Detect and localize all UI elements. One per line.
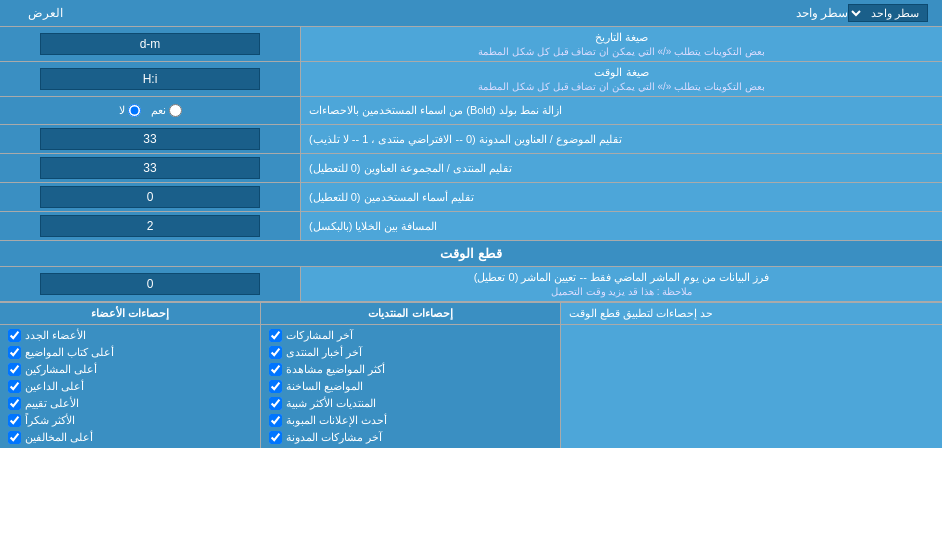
time-format-label: صيغة الوقت بعض التكوينات يتطلب «/» التي … — [300, 62, 942, 96]
header-row: سطر واحدسطرانثلاثة أسطر سطر واحد العرض — [0, 0, 942, 27]
usernames-input-cell — [0, 183, 300, 211]
time-format-input[interactable] — [40, 68, 260, 90]
list-item: الأعضاء الجدد — [8, 327, 252, 344]
checkbox-label: أعلى الداعين — [25, 380, 84, 393]
list-item: الأكثر شكراً — [8, 412, 252, 429]
checkbox-input[interactable] — [8, 397, 21, 410]
checkbox-col2: آخر المشاركات آخر أخبار المنتدى أكثر الم… — [260, 325, 560, 448]
topic-titles-input[interactable] — [40, 128, 260, 150]
bold-no-label[interactable]: لا — [119, 104, 141, 117]
col3-header: إحصاءات الأعضاء — [0, 303, 260, 324]
forum-titles-input-cell — [0, 154, 300, 182]
display-label: سطر واحد — [796, 6, 848, 20]
realtime-filter-input-cell — [0, 267, 300, 301]
checkbox-header-row: حد إحصاءات لتطبيق قطع الوقت إحصاءات المن… — [0, 303, 942, 325]
cell-spacing-label: المسافة بين الخلايا (بالبكسل) — [300, 212, 942, 240]
topic-titles-row: تقليم الموضوع / العناوين المدونة (0 -- ا… — [0, 125, 942, 154]
list-item: المواضيع الساخنة — [269, 378, 552, 395]
date-format-input-cell — [0, 27, 300, 61]
checkbox-label: المواضيع الساخنة — [286, 380, 363, 393]
checkbox-label: أكثر المواضيع مشاهدة — [286, 363, 385, 376]
usernames-input[interactable] — [40, 186, 260, 208]
checkbox-input[interactable] — [8, 414, 21, 427]
checkbox-label: الأعضاء الجدد — [25, 329, 86, 342]
bold-remove-options: نعم لا — [0, 97, 300, 124]
topic-titles-input-cell — [0, 125, 300, 153]
topic-titles-label: تقليم الموضوع / العناوين المدونة (0 -- ا… — [300, 125, 942, 153]
list-item: أعلى المشاركين — [8, 361, 252, 378]
list-item: المنتديات الأكثر شبية — [269, 395, 552, 412]
list-item: أحدث الإعلانات المبوبة — [269, 412, 552, 429]
checkbox-input[interactable] — [269, 380, 282, 393]
checkbox-col3: الأعضاء الجدد أعلى كتاب المواضيع أعلى ال… — [0, 325, 260, 448]
forum-titles-label: تقليم المنتدى / المجموعة العناوين (0 للت… — [300, 154, 942, 182]
realtime-filter-label: فرز البيانات من يوم الماشر الماضي فقط --… — [300, 267, 942, 301]
checkbox-label: الأكثر شكراً — [25, 414, 75, 427]
checkbox-label: أعلى المخالفين — [25, 431, 93, 444]
checkbox-body: آخر المشاركات آخر أخبار المنتدى أكثر الم… — [0, 325, 942, 448]
list-item: أعلى المخالفين — [8, 429, 252, 446]
list-item: أكثر المواضيع مشاهدة — [269, 361, 552, 378]
checkbox-label: أحدث الإعلانات المبوبة — [286, 414, 387, 427]
date-format-input[interactable] — [40, 33, 260, 55]
list-item: الأعلى تقييم — [8, 395, 252, 412]
cell-spacing-input[interactable] — [40, 215, 260, 237]
checkbox-label: الأعلى تقييم — [25, 397, 79, 410]
checkbox-input[interactable] — [8, 346, 21, 359]
cell-spacing-row: المسافة بين الخلايا (بالبكسل) — [0, 212, 942, 241]
bold-no-radio[interactable] — [128, 104, 141, 117]
checkbox-input[interactable] — [269, 346, 282, 359]
checkbox-label: آخر أخبار المنتدى — [286, 346, 362, 359]
forum-titles-row: تقليم المنتدى / المجموعة العناوين (0 للت… — [0, 154, 942, 183]
usernames-row: تقليم أسماء المستخدمين (0 للتعطيل) — [0, 183, 942, 212]
forum-titles-input[interactable] — [40, 157, 260, 179]
checkbox-col3-header-cell: إحصاءات الأعضاء — [0, 303, 260, 324]
cell-spacing-input-cell — [0, 212, 300, 240]
col2-header: إحصاءات المنتديات — [261, 303, 560, 324]
checkbox-input[interactable] — [269, 363, 282, 376]
list-item: آخر المشاركات — [269, 327, 552, 344]
checkbox-input[interactable] — [269, 414, 282, 427]
date-format-label: صيغة التاريخ بعض التكوينات يتطلب «/» الت… — [300, 27, 942, 61]
checkbox-label: أعلى المشاركين — [25, 363, 97, 376]
checkbox-label: المنتديات الأكثر شبية — [286, 397, 376, 410]
bold-remove-label: ازالة نمط بولد (Bold) من اسماء المستخدمي… — [300, 97, 942, 124]
realtime-filter-input[interactable] — [40, 273, 260, 295]
bold-yes-label[interactable]: نعم — [151, 104, 182, 117]
checkbox-col2-header-cell: إحصاءات المنتديات — [260, 303, 560, 324]
checkbox-input[interactable] — [269, 329, 282, 342]
date-format-row: صيغة التاريخ بعض التكوينات يتطلب «/» الت… — [0, 27, 942, 62]
checkbox-input[interactable] — [8, 363, 21, 376]
field-label: العرض — [8, 6, 796, 20]
checkbox-input[interactable] — [269, 431, 282, 444]
list-item: أعلى الداعين — [8, 378, 252, 395]
bold-yes-radio[interactable] — [169, 104, 182, 117]
checkbox-label: آخر مشاركات المدونة — [286, 431, 382, 444]
checkbox-label: أعلى كتاب المواضيع — [25, 346, 114, 359]
display-dropdown[interactable]: سطر واحدسطرانثلاثة أسطر — [848, 4, 928, 22]
checkbox-section: حد إحصاءات لتطبيق قطع الوقت إحصاءات المن… — [0, 302, 942, 448]
bold-remove-row: ازالة نمط بولد (Bold) من اسماء المستخدمي… — [0, 97, 942, 125]
realtime-section-title: قطع الوقت — [0, 241, 942, 267]
realtime-filter-row: فرز البيانات من يوم الماشر الماضي فقط --… — [0, 267, 942, 302]
checkbox-input[interactable] — [8, 431, 21, 444]
checkbox-empty-col — [560, 325, 942, 448]
time-format-input-cell — [0, 62, 300, 96]
checkbox-input[interactable] — [8, 380, 21, 393]
list-item: أعلى كتاب المواضيع — [8, 344, 252, 361]
usernames-label: تقليم أسماء المستخدمين (0 للتعطيل) — [300, 183, 942, 211]
checkbox-input[interactable] — [269, 397, 282, 410]
time-format-row: صيغة الوقت بعض التكوينات يتطلب «/» التي … — [0, 62, 942, 97]
list-item: آخر مشاركات المدونة — [269, 429, 552, 446]
list-item: آخر أخبار المنتدى — [269, 344, 552, 361]
checkbox-input[interactable] — [8, 329, 21, 342]
checkbox-label: آخر المشاركات — [286, 329, 353, 342]
stats-limit-label: حد إحصاءات لتطبيق قطع الوقت — [560, 303, 942, 324]
